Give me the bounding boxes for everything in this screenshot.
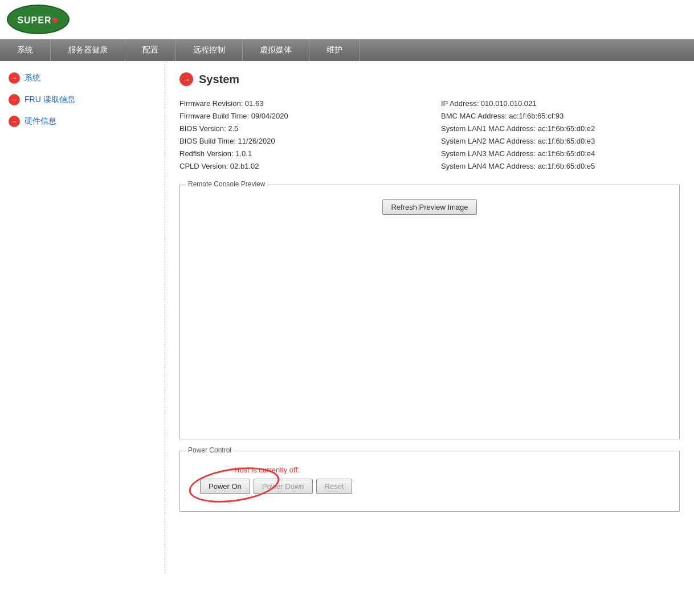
sidebar-item-fru[interactable]: FRU 读取信息 xyxy=(9,94,156,105)
nav-item-server-health[interactable]: 服务器健康 xyxy=(51,39,125,61)
sidebar-label-hardware: 硬件信息 xyxy=(25,116,56,127)
nav-item-system[interactable]: 系统 xyxy=(0,39,51,61)
nav-item-config[interactable]: 配置 xyxy=(125,39,176,61)
info-left: Firmware Revision: 01.63 Firmware Build … xyxy=(179,97,418,173)
redfish-version: Redfish Version: 1.0.1 xyxy=(179,148,418,160)
navbar: 系统 服务器健康 配置 远程控制 虚拟媒体 维护 xyxy=(0,39,694,61)
remote-console-legend: Remote Console Preview xyxy=(186,180,267,188)
nav-item-remote-control[interactable]: 远程控制 xyxy=(176,39,243,61)
power-status-text: Host is currently off. xyxy=(234,466,300,474)
reset-button[interactable]: Reset xyxy=(316,479,353,494)
ip-address: IP Address: 010.010.010.021 xyxy=(441,97,680,110)
bmc-mac: BMC MAC Address: ac:1f:6b:65:cf:93 xyxy=(441,110,680,123)
nav-item-virtual-media[interactable]: 虚拟媒体 xyxy=(243,39,309,61)
power-buttons-group: Power On Power Down Reset xyxy=(200,479,352,494)
power-section: Host is currently off. Power On Power Do… xyxy=(189,457,671,503)
firmware-revision: Firmware Revision: 01.63 xyxy=(179,97,418,110)
cpld-version: CPLD Version: 02.b1.02 xyxy=(179,160,418,173)
sidebar-label-fru: FRU 读取信息 xyxy=(25,95,75,105)
remote-console-preview-box: Remote Console Preview Refresh Preview I… xyxy=(179,185,680,439)
page-title: System xyxy=(179,72,680,86)
refresh-preview-button[interactable]: Refresh Preview Image xyxy=(382,199,476,215)
info-right: IP Address: 010.010.010.021 BMC MAC Addr… xyxy=(441,97,680,173)
bios-version: BIOS Version: 2.5 xyxy=(179,123,418,135)
lan4-mac: System LAN4 MAC Address: ac:1f:6b:65:d0:… xyxy=(441,160,680,173)
lan1-mac: System LAN1 MAC Address: ac:1f:6b:65:d0:… xyxy=(441,123,680,135)
preview-area: Refresh Preview Image xyxy=(189,191,671,430)
firmware-build-time: Firmware Build Time: 09/04/2020 xyxy=(179,110,418,123)
nav-item-maintenance[interactable]: 维护 xyxy=(309,39,360,61)
logo-area: SUPER● xyxy=(7,5,687,34)
sidebar-item-hardware[interactable]: 硬件信息 xyxy=(9,116,156,127)
main-content: System Firmware Revision: 01.63 Firmware… xyxy=(165,61,694,574)
system-info-grid: Firmware Revision: 01.63 Firmware Build … xyxy=(179,97,680,173)
sidebar-arrow-icon-fru xyxy=(9,94,20,105)
sidebar-label-system: 系统 xyxy=(25,73,40,83)
bios-build-time: BIOS Build Time: 11/26/2020 xyxy=(179,135,418,148)
sidebar-arrow-icon-system xyxy=(9,72,20,84)
power-control-legend: Power Control xyxy=(186,446,234,454)
header: SUPER● xyxy=(0,0,694,39)
logo-text: SUPER● xyxy=(17,13,59,26)
sidebar-item-system[interactable]: 系统 xyxy=(9,72,156,84)
page-title-text: System xyxy=(199,73,239,86)
supermicro-logo: SUPER● xyxy=(7,5,70,34)
lan2-mac: System LAN2 MAC Address: ac:1f:6b:65:d0:… xyxy=(441,135,680,148)
sidebar-arrow-icon-hardware xyxy=(9,116,20,127)
lan3-mac: System LAN3 MAC Address: ac:1f:6b:65:d0:… xyxy=(441,148,680,160)
power-control-box: Power Control Host is currently off. Pow… xyxy=(179,451,680,512)
sidebar: 系统 FRU 读取信息 硬件信息 xyxy=(0,61,165,574)
power-down-button[interactable]: Power Down xyxy=(254,479,313,494)
title-arrow-icon xyxy=(179,72,193,86)
content: 系统 FRU 读取信息 硬件信息 System Firmware Revisio… xyxy=(0,61,694,574)
power-on-button[interactable]: Power On xyxy=(200,479,250,494)
